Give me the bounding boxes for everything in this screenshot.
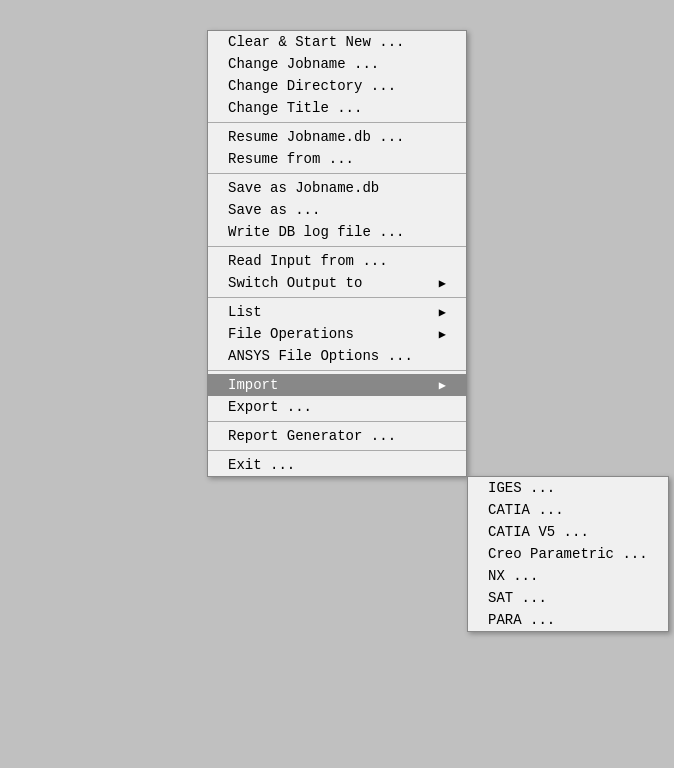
menu-item-resume-jobname-db[interactable]: Resume Jobname.db ... (208, 126, 466, 148)
separator-6 (208, 421, 466, 422)
menu-item-change-title[interactable]: Change Title ... (208, 97, 466, 119)
separator-4 (208, 297, 466, 298)
menu-item-export[interactable]: Export ... (208, 396, 466, 418)
submenu-item-label: IGES ... (488, 480, 555, 496)
menu-item-label: Import (228, 377, 278, 393)
submenu-item-iges[interactable]: IGES ... (468, 477, 668, 499)
menu-item-label: List (228, 304, 262, 320)
menu-item-label: Resume from ... (228, 151, 354, 167)
menu-item-label: Resume Jobname.db ... (228, 129, 404, 145)
menu-item-label: Exit ... (228, 457, 295, 473)
menu-item-save-as[interactable]: Save as ... (208, 199, 466, 221)
menu-container: Clear & Start New ... Change Jobname ...… (207, 30, 467, 477)
submenu-item-label: SAT ... (488, 590, 547, 606)
submenu-item-label: CATIA ... (488, 502, 564, 518)
separator-2 (208, 173, 466, 174)
menu-item-label: Write DB log file ... (228, 224, 404, 240)
menu-item-write-db-log-file[interactable]: Write DB log file ... (208, 221, 466, 243)
submenu-item-label: NX ... (488, 568, 538, 584)
menu-item-report-generator[interactable]: Report Generator ... (208, 425, 466, 447)
submenu-item-nx[interactable]: NX ... (468, 565, 668, 587)
menu-item-label: Change Jobname ... (228, 56, 379, 72)
separator-1 (208, 122, 466, 123)
menu-item-file-operations[interactable]: File Operations ▶ (208, 323, 466, 345)
menu-item-exit[interactable]: Exit ... (208, 454, 466, 476)
menu-item-import[interactable]: Import ▶ (208, 374, 466, 396)
menu-item-label: ANSYS File Options ... (228, 348, 413, 364)
import-submenu: IGES ... CATIA ... CATIA V5 ... Creo Par… (467, 476, 669, 632)
menu-item-label: Save as Jobname.db (228, 180, 379, 196)
submenu-item-label: Creo Parametric ... (488, 546, 648, 562)
submenu-item-creo-parametric[interactable]: Creo Parametric ... (468, 543, 668, 565)
menu-item-label: Change Title ... (228, 100, 362, 116)
submenu-item-catia-v5[interactable]: CATIA V5 ... (468, 521, 668, 543)
separator-7 (208, 450, 466, 451)
submenu-arrow-icon: ▶ (439, 305, 446, 320)
menu-item-label: Change Directory ... (228, 78, 396, 94)
menu-item-label: Clear & Start New ... (228, 34, 404, 50)
submenu-item-para[interactable]: PARA ... (468, 609, 668, 631)
separator-5 (208, 370, 466, 371)
menu-item-label: Read Input from ... (228, 253, 388, 269)
menu-item-save-as-jobname-db[interactable]: Save as Jobname.db (208, 177, 466, 199)
submenu-item-catia[interactable]: CATIA ... (468, 499, 668, 521)
menu-item-list[interactable]: List ▶ (208, 301, 466, 323)
menu-item-label: File Operations (228, 326, 354, 342)
submenu-item-label: PARA ... (488, 612, 555, 628)
menu-item-read-input-from[interactable]: Read Input from ... (208, 250, 466, 272)
submenu-arrow-icon: ▶ (439, 327, 446, 342)
menu-item-resume-from[interactable]: Resume from ... (208, 148, 466, 170)
menu-item-clear-start-new[interactable]: Clear & Start New ... (208, 31, 466, 53)
submenu-item-label: CATIA V5 ... (488, 524, 589, 540)
menu-item-label: Switch Output to (228, 275, 362, 291)
submenu-item-sat[interactable]: SAT ... (468, 587, 668, 609)
menu-item-change-jobname[interactable]: Change Jobname ... (208, 53, 466, 75)
main-menu: Clear & Start New ... Change Jobname ...… (207, 30, 467, 477)
separator-3 (208, 246, 466, 247)
menu-item-label: Save as ... (228, 202, 320, 218)
menu-item-ansys-file-options[interactable]: ANSYS File Options ... (208, 345, 466, 367)
menu-item-label: Export ... (228, 399, 312, 415)
submenu-arrow-icon: ▶ (439, 378, 446, 393)
menu-item-label: Report Generator ... (228, 428, 396, 444)
menu-item-switch-output-to[interactable]: Switch Output to ▶ (208, 272, 466, 294)
menu-item-change-directory[interactable]: Change Directory ... (208, 75, 466, 97)
submenu-arrow-icon: ▶ (439, 276, 446, 291)
